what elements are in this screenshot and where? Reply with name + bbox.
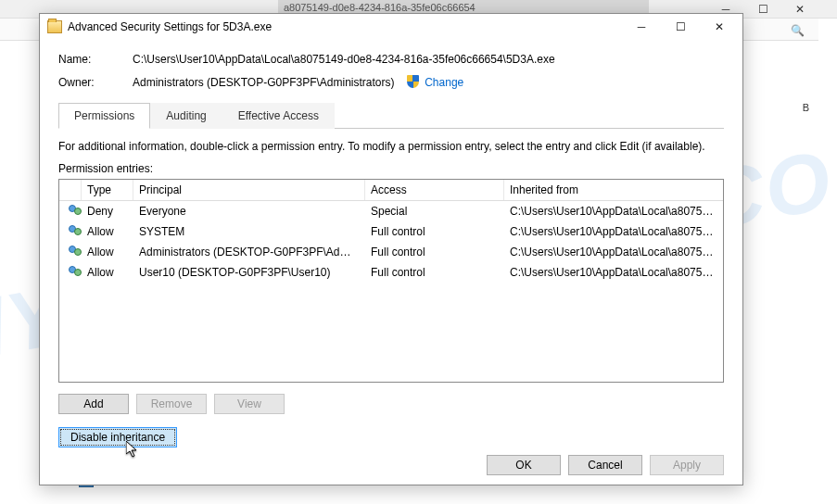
- col-principal[interactable]: Principal: [133, 180, 365, 200]
- table-row[interactable]: AllowAdministrators (DESKTOP-G0PF3PF\Adm…: [59, 242, 723, 262]
- cell-principal: Administrators (DESKTOP-G0PF3PF\Admini..…: [133, 244, 365, 260]
- table-row[interactable]: AllowUser10 (DESKTOP-G0PF3PF\User10)Full…: [59, 262, 723, 283]
- principal-icon: [69, 266, 82, 279]
- principal-icon: [69, 225, 82, 238]
- cell-access: Full control: [365, 223, 504, 240]
- help-text: For additional information, double-click…: [58, 140, 724, 153]
- cell-type: Allow: [82, 244, 133, 260]
- cell-type: Deny: [82, 203, 133, 220]
- ok-button[interactable]: OK: [487, 455, 561, 475]
- tab-auditing[interactable]: Auditing: [150, 103, 222, 129]
- cell-principal: SYSTEM: [133, 223, 365, 240]
- close-button[interactable]: ✕: [700, 15, 739, 39]
- cell-inherited: C:\Users\User10\AppData\Local\a8075149-d…: [504, 264, 723, 281]
- remove-button: Remove: [136, 394, 207, 414]
- name-row: Name: C:\Users\User10\AppData\Local\a807…: [58, 53, 724, 66]
- filesize-column-hint: B: [803, 102, 809, 113]
- disable-inheritance-button[interactable]: Disable inheritance: [58, 427, 177, 447]
- permission-entries-label: Permission entries:: [58, 162, 724, 175]
- table-row[interactable]: AllowSYSTEMFull controlC:\Users\User10\A…: [59, 221, 723, 242]
- principal-icon: [69, 205, 82, 218]
- explorer-maximize-button[interactable]: ☐: [744, 0, 781, 19]
- cell-access: Special: [365, 203, 504, 220]
- folder-icon: [47, 20, 62, 33]
- col-inherited[interactable]: Inherited from: [504, 180, 723, 200]
- shield-icon: [407, 75, 419, 88]
- add-button[interactable]: Add: [58, 394, 129, 414]
- maximize-button[interactable]: ☐: [661, 15, 700, 39]
- cell-principal: Everyone: [133, 203, 365, 220]
- cell-inherited: C:\Users\User10\AppData\Local\a8075149-d…: [504, 203, 723, 220]
- dialog-titlebar[interactable]: Advanced Security Settings for 5D3A.exe …: [40, 14, 742, 40]
- cell-inherited: C:\Users\User10\AppData\Local\a8075149-d…: [504, 223, 723, 240]
- cell-access: Full control: [365, 264, 504, 281]
- col-access[interactable]: Access: [365, 180, 504, 200]
- dialog-buttons: OK Cancel Apply: [58, 447, 724, 475]
- col-type[interactable]: Type: [82, 180, 133, 200]
- table-header: Type Principal Access Inherited from: [59, 180, 723, 201]
- minimize-button[interactable]: ─: [622, 15, 661, 39]
- owner-label: Owner:: [58, 76, 133, 89]
- tabs: Permissions Auditing Effective Access: [58, 102, 724, 129]
- change-owner-link[interactable]: Change: [425, 76, 463, 89]
- table-row[interactable]: DenyEveryoneSpecialC:\Users\User10\AppDa…: [59, 201, 723, 221]
- principal-icon: [69, 246, 82, 258]
- name-label: Name:: [58, 53, 133, 66]
- advanced-security-dialog: Advanced Security Settings for 5D3A.exe …: [39, 13, 743, 485]
- view-button: View: [214, 394, 285, 414]
- explorer-close-button[interactable]: ✕: [781, 0, 818, 19]
- tab-permissions[interactable]: Permissions: [58, 103, 150, 129]
- tab-effective-access[interactable]: Effective Access: [222, 103, 335, 129]
- cell-type: Allow: [82, 223, 133, 240]
- cancel-button[interactable]: Cancel: [568, 455, 642, 475]
- dialog-title: Advanced Security Settings for 5D3A.exe: [68, 20, 622, 33]
- name-value: C:\Users\User10\AppData\Local\a8075149-d…: [133, 53, 555, 66]
- apply-button: Apply: [650, 455, 724, 475]
- cell-type: Allow: [82, 264, 133, 281]
- cell-principal: User10 (DESKTOP-G0PF3PF\User10): [133, 264, 365, 281]
- cell-inherited: C:\Users\User10\AppData\Local\a8075149-d…: [504, 244, 723, 260]
- cell-access: Full control: [365, 244, 504, 260]
- owner-row: Owner: Administrators (DESKTOP-G0PF3PF\A…: [58, 75, 724, 89]
- permission-entries-table[interactable]: Type Principal Access Inherited from Den…: [58, 179, 724, 383]
- search-icon[interactable]: 🔍: [791, 24, 809, 43]
- entry-buttons: Add Remove View: [58, 394, 724, 414]
- owner-value: Administrators (DESKTOP-G0PF3PF\Administ…: [133, 75, 463, 89]
